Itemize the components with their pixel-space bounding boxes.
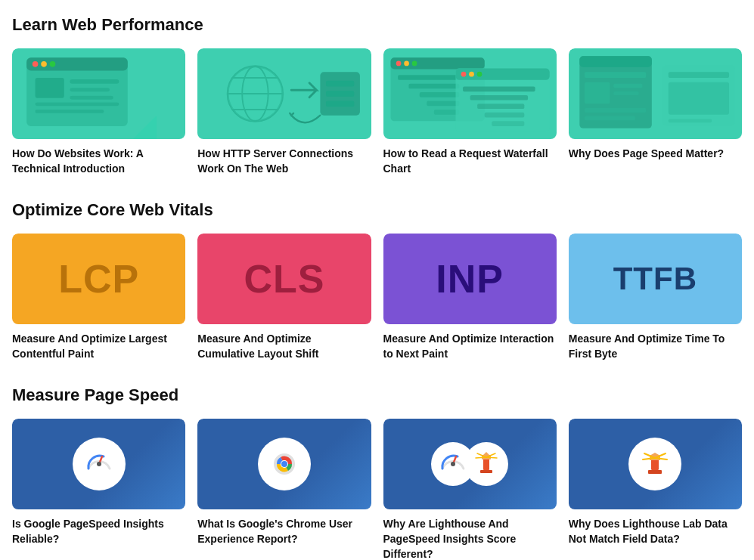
svg-rect-8 [70,96,113,100]
svg-point-56 [97,462,101,466]
learn-web-performance-grid: How Do Websites Work: A Technical Introd… [12,48,742,176]
svg-point-35 [469,72,474,77]
card-http-connections[interactable]: How HTTP Server Connections Work On The … [197,48,371,176]
card-ttfb[interactable]: TTFB Measure And Optimize Time To First … [569,234,742,361]
svg-rect-7 [70,88,110,91]
svg-point-36 [476,72,482,77]
svg-point-63 [451,462,455,466]
inp-metric-label: INP [436,256,504,302]
card-title-http-connections: How HTTP Server Connections Work On The … [197,147,371,176]
card-title-pagespeed-reliable: Is Google PageSpeed Insights Reliable? [12,517,185,546]
card-title-lcp: Measure And Optimize Largest Contentful … [12,332,185,361]
learn-web-performance-title: Learn Web Performance [12,15,742,35]
svg-rect-53 [669,119,712,122]
measure-page-speed-title: Measure Page Speed [12,385,742,405]
card-title-lab-data: Why Does Lighthouse Lab Data Not Match F… [569,517,742,546]
svg-rect-20 [326,91,354,97]
card-title-ttfb: Measure And Optimize Time To First Byte [569,332,742,361]
card-cls[interactable]: CLS Measure And Optimize Cumulative Layo… [197,234,371,361]
svg-point-25 [404,61,409,67]
svg-rect-44 [585,72,646,78]
svg-rect-47 [613,91,638,95]
card-thumb-cls: CLS [197,234,371,324]
card-thumb-page-speed-matter [569,48,742,139]
card-lab-data[interactable]: Why Does Lighthouse Lab Data Not Match F… [569,419,742,560]
svg-rect-52 [669,82,729,115]
lighthouse-icon-small [464,442,508,486]
svg-rect-39 [477,104,524,109]
svg-rect-46 [613,84,642,88]
card-thumb-lab-data [569,419,742,509]
optimize-core-web-vitals-grid: LCP Measure And Optimize Largest Content… [12,234,742,361]
psi-icon-circle [73,438,126,490]
svg-rect-65 [483,458,489,470]
svg-point-3 [41,61,47,67]
svg-rect-38 [470,95,527,101]
card-lcp[interactable]: LCP Measure And Optimize Largest Content… [12,234,185,361]
svg-rect-37 [463,86,535,91]
card-chrome-ux[interactable]: What Is Google's Chrome User Experience … [197,419,371,560]
card-thumb-inp: INP [383,234,557,324]
svg-rect-43 [579,56,652,67]
measure-page-speed-section: Measure Page Speed Is Go [12,385,742,560]
card-waterfall-chart[interactable]: How to Read a Request Waterfall Chart [383,48,557,176]
svg-rect-21 [326,101,354,107]
card-thumb-lighthouse-pagespeed [383,419,557,509]
svg-rect-5 [36,78,64,98]
card-thumb-lcp: LCP [12,234,185,324]
svg-rect-10 [36,110,104,113]
svg-point-2 [33,61,39,67]
optimize-core-web-vitals-section: Optimize Core Web Vitals LCP Measure And… [12,200,742,361]
svg-rect-49 [585,116,635,121]
svg-point-26 [411,61,417,67]
card-title-lighthouse-pagespeed: Why Are Lighthouse And PageSpeed Insight… [383,517,557,560]
svg-point-4 [50,61,56,67]
card-title-cls: Measure And Optimize Cumulative Layout S… [197,332,371,361]
crux-icon-circle [258,438,311,490]
svg-rect-74 [651,459,659,470]
card-thumb-pagespeed-reliable [12,419,185,509]
card-thumb-http-connections [197,48,371,139]
cls-metric-label: CLS [244,256,324,302]
card-title-chrome-ux: What Is Google's Chrome User Experience … [197,517,371,546]
svg-rect-45 [585,82,610,104]
svg-rect-41 [492,121,524,126]
card-title-how-websites-work: How Do Websites Work: A Technical Introd… [12,147,185,176]
svg-rect-40 [484,113,524,118]
lcp-metric-label: LCP [58,256,139,302]
lab-icon-circle [628,438,681,490]
svg-rect-28 [408,84,459,89]
card-title-inp: Measure And Optimize Interaction to Next… [383,332,557,361]
card-thumb-waterfall-chart [383,48,557,139]
svg-line-70 [476,457,486,458]
svg-rect-27 [398,75,463,80]
card-lighthouse-pagespeed[interactable]: Why Are Lighthouse And PageSpeed Insight… [383,419,557,560]
card-title-waterfall-chart: How to Read a Request Waterfall Chart [383,147,557,176]
svg-rect-29 [419,92,459,97]
card-thumb-how-websites-work [12,48,185,139]
card-inp[interactable]: INP Measure And Optimize Interaction to … [383,234,557,361]
svg-rect-31 [433,110,458,115]
svg-rect-9 [36,102,119,106]
svg-rect-68 [480,470,492,473]
svg-rect-77 [648,470,662,474]
card-title-page-speed-matter: Why Does Page Speed Matter? [569,147,742,162]
card-pagespeed-reliable[interactable]: Is Google PageSpeed Insights Reliable? [12,419,185,560]
card-page-speed-matter[interactable]: Why Does Page Speed Matter? [569,48,742,176]
svg-point-34 [461,72,466,77]
ttfb-metric-label: TTFB [613,261,697,297]
measure-page-speed-grid: Is Google PageSpeed Insights Reliable? [12,419,742,560]
card-thumb-ttfb: TTFB [569,234,742,324]
svg-rect-6 [70,79,119,84]
card-thumb-chrome-ux [197,419,371,509]
svg-rect-30 [427,101,459,107]
card-how-websites-work[interactable]: How Do Websites Work: A Technical Introd… [12,48,185,176]
svg-point-24 [396,61,401,67]
learn-web-performance-section: Learn Web Performance [12,15,742,176]
svg-rect-19 [326,81,354,87]
svg-line-72 [486,457,497,458]
optimize-core-web-vitals-title: Optimize Core Web Vitals [12,200,742,220]
svg-point-60 [281,461,287,467]
svg-rect-51 [669,72,729,78]
svg-rect-48 [585,108,646,113]
